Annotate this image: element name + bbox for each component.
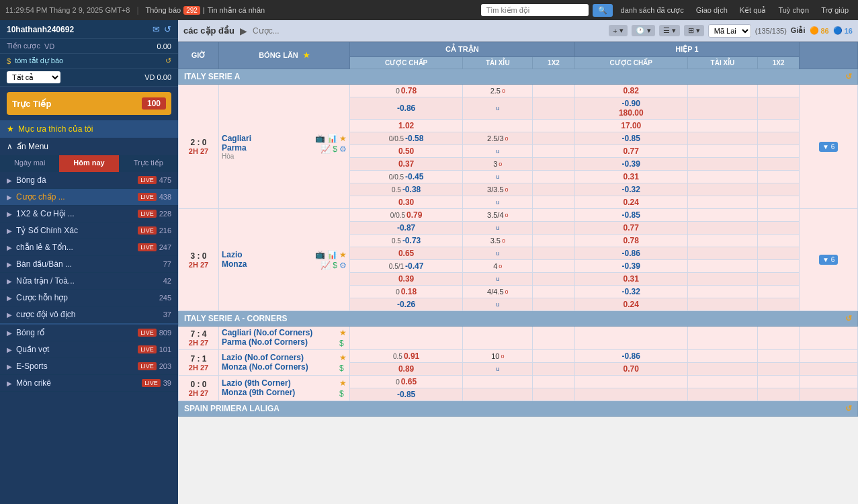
gear-icon[interactable]: ⚙ [339,144,347,154]
expand-button[interactable]: ▼ 6 [819,255,838,265]
h1-c2[interactable]: 0.70 [574,363,687,376]
team2-name[interactable]: Parma [222,143,251,153]
tai-xiu-c1[interactable]: 10o [463,350,533,363]
h1-chap-2[interactable]: -0.90180.00 [574,97,687,120]
tai-xiu-2[interactable]: u [463,97,533,120]
tai-xiu-l3[interactable]: 3.5o [463,235,533,247]
team2-name[interactable]: Monza [222,259,247,269]
tai-xiu-l2[interactable]: u [463,222,533,235]
notification-area[interactable]: Thông báo 292 | Tin nhắn cá nhân [146,6,265,15]
cuoc-chap-l1[interactable]: 0/0.50.79 [350,209,463,222]
cuoc-chap-2[interactable]: -0.86 [350,97,463,120]
tai-xiu-5[interactable]: u [463,145,533,158]
league-refresh-icon[interactable]: ↺ [845,314,852,323]
sidebar-item-cuoc-chap[interactable]: ▶ Cược chấp ... LIVE 438 [0,189,178,206]
sidebar-item-bong-da[interactable]: ▶ Bóng đá LIVE 475 [0,172,178,189]
cuoc-chap-l3[interactable]: 0.5-0.73 [350,235,463,247]
clock-button[interactable]: 🕐 ▾ [632,25,655,36]
sidebar-item-bong-ro[interactable]: ▶ Bóng rổ LIVE 809 [0,323,178,341]
tai-xiu-4[interactable]: 2.5/3o [463,132,533,145]
star-icon[interactable]: ★ [339,250,347,259]
team1-name[interactable]: Lazio (No.of Corners) [222,353,308,362]
h1-chap-3[interactable]: 17.00 [574,120,687,132]
cuoc-chap-4[interactable]: 0/0.5-0.58 [350,132,463,145]
tuy-chon-button[interactable]: Tuỳ chọn [774,5,813,16]
arrow-right-icon[interactable]: ▶ [240,26,247,36]
search-button[interactable]: 🔍 [593,4,613,17]
cuoc-chap-l7[interactable]: 00.18 [350,286,463,298]
h1-chap-l4[interactable]: -0.86 [574,247,687,260]
tab-truc-tiep[interactable]: Trực tiếp [119,155,178,172]
tai-xiu-l8[interactable]: u [463,298,533,311]
filter-button[interactable]: ☰ ▾ [659,25,680,36]
tab-hom-nay[interactable]: Hôm nay [59,155,118,172]
refresh-account-icon[interactable]: ↺ [164,24,171,34]
sidebar-item-quan-vot[interactable]: ▶ Quần vợt LIVE 101 [0,341,178,358]
sidebar-item-1x2[interactable]: ▶ 1X2 & Cơ Hội ... LIVE 228 [0,206,178,222]
dollar-icon[interactable]: $ [333,261,337,270]
cuoc-chap-9c1[interactable]: 00.65 [350,376,463,388]
danh-sach-button[interactable]: danh sách đã cược [617,5,688,16]
h1-chap-1[interactable]: 0.82 [574,85,687,97]
tai-xiu-c2[interactable]: u [463,363,533,376]
live-button[interactable]: Trực Tiếp 100 [7,92,171,115]
sidebar-item-esports[interactable]: ▶ E-Sports LIVE 203 [0,358,178,375]
sidebar-item-cuoc-hon-hop[interactable]: ▶ Cược hỗn hợp 245 [0,290,178,306]
sidebar-item-nua-tran[interactable]: ▶ Nửa trận / Toà... 42 [0,273,178,290]
tai-xiu-l7[interactable]: 4/4.5o [463,286,533,298]
bar-icon[interactable]: 📈 [320,144,331,154]
star-icon[interactable]: ★ [339,134,347,143]
tai-xiu-8[interactable]: 3/3.5o [463,183,533,196]
cuoc-chap-c2[interactable]: 0.89 [350,363,463,376]
tai-xiu-l4[interactable]: u [463,247,533,260]
h1-chap-6[interactable]: -0.39 [574,158,687,171]
tv-icon[interactable]: 📺 [315,250,325,259]
dollar-icon[interactable]: $ [339,364,347,373]
cuoc-chap-3[interactable]: 1.02 [350,120,463,132]
cuoc-chap-5[interactable]: 0.50 [350,145,463,158]
gear-icon[interactable]: ⚙ [339,261,347,270]
tai-xiu-9[interactable]: u [463,196,533,209]
tai-xiu-7[interactable]: u [463,171,533,183]
tab-ngay-mai[interactable]: Ngày mai [0,155,59,172]
sidebar-item-ban-dau[interactable]: ▶ Bàn đầu/Bàn ... 77 [0,256,178,273]
star-icon[interactable]: ★ [339,328,347,337]
cuoc-chap-9[interactable]: 0.30 [350,196,463,209]
cuoc-chap-l8[interactable]: -0.26 [350,298,463,311]
cuoc-chap-l6[interactable]: 0.39 [350,273,463,286]
dollar-icon[interactable]: $ [339,389,347,398]
chart-icon[interactable]: 📊 [327,250,337,259]
dollar-icon[interactable]: $ [333,144,337,154]
h1-chap-7[interactable]: 0.31 [574,171,687,183]
tai-xiu-6[interactable]: 3o [463,158,533,171]
h1-chap-l7[interactable]: -0.32 [574,286,687,298]
tai-xiu-l1[interactable]: 3.5/4o [463,209,533,222]
bar-icon[interactable]: 📈 [320,261,331,270]
league-refresh-icon[interactable]: ↺ [845,404,852,413]
cuoc-chap-l2[interactable]: -0.87 [350,222,463,235]
h1-chap-5[interactable]: 0.77 [574,145,687,158]
h1-chap-8[interactable]: -0.32 [574,183,687,196]
h1-chap-l6[interactable]: 0.31 [574,273,687,286]
dollar-icon[interactable]: $ [339,339,347,348]
cuoc-chap-c1[interactable]: 0.50.91 [350,350,463,363]
chart-icon[interactable]: 📊 [327,134,337,143]
tv-icon[interactable]: 📺 [315,134,325,143]
extra-l[interactable]: ▼ 6 [800,209,858,311]
ket-qua-button[interactable]: Kết quả [736,5,771,16]
expand-button[interactable]: ▼ 6 [819,142,838,152]
sidebar-item-cuoc-doi[interactable]: ▶ cược đội vô địch 37 [0,306,178,323]
team1-name[interactable]: Cagliari [222,134,251,143]
h1-chap-l1[interactable]: -0.85 [574,209,687,222]
cuoc-chap-9c2[interactable]: -0.85 [350,388,463,401]
h1-c1[interactable]: -0.86 [574,350,687,363]
cuoc-chap-7[interactable]: 0/0.5-0.45 [350,171,463,183]
sidebar-item-mon-crike[interactable]: ▶ Môn crikê LIVE 39 [0,375,178,392]
country-select[interactable]: Mã Lai [708,24,751,38]
team1-name[interactable]: Cagliari (No.of Corners) [222,328,312,337]
sidebar-item-chan-le[interactable]: ▶ chẵn lẻ & Tổn... LIVE 247 [0,239,178,256]
search-input[interactable] [481,4,589,16]
extra-1[interactable]: ▼ 6 [800,85,858,209]
cuoc-chap-l4[interactable]: 0.65 [350,247,463,260]
sidebar-item-ty-so[interactable]: ▶ Tỷ Số Chính Xác LIVE 216 [0,222,178,239]
